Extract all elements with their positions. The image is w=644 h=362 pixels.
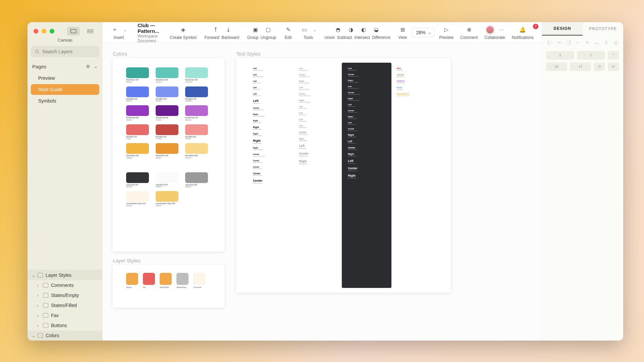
text-style-item[interactable]: LeftSmallerBlackLeft [253,67,290,71]
layer-style-swatch[interactable]: States/Filled [160,273,172,288]
insert-tool[interactable]: ＋⌄ Insert [107,25,130,40]
layer-style-swatch[interactable]: Fav [143,273,155,288]
text-style-item[interactable]: LeftH2/GreyLeft [299,118,337,122]
preview-button[interactable]: ▷ Preview [436,25,457,40]
color-swatch[interactable]: BrandYellow 200E58817 [156,143,178,159]
align-middle-icon[interactable]: ≡ [584,39,591,46]
color-swatch[interactable]: BrandYellow 100F2B42E [126,143,149,159]
text-style-item[interactable]: RightRegular/WhiteRight [348,98,385,101]
text-style-item[interactable]: RightH2/BlackRight [253,133,290,136]
text-styles-artboard[interactable]: LeftSmallerBlackLeftLeftRegular/BlackLef… [236,58,451,293]
distribute-v-icon[interactable]: ≣ [612,39,619,46]
text-style-item[interactable]: RightH1/WhiteRight [348,174,385,179]
color-swatch[interactable]: LayoutSurface Yellow 200F4CF71 [156,191,178,207]
close-window-icon[interactable] [34,29,38,34]
text-style-item[interactable]: CenterRegular/WhiteCenter [348,92,385,95]
text-style-item[interactable]: LeftH1/WhiteLeft [348,159,385,164]
text-style-item[interactable]: RightH1/BlackRight [253,139,290,144]
text-style-item[interactable]: LeftH3/GreyLeft [299,144,337,149]
text-style-item[interactable]: GREENLabels/Green [397,74,434,77]
text-style-item[interactable]: RightH3/GreyRight [299,160,337,165]
intersect-icon[interactable]: ◐ [360,26,368,34]
view-button[interactable]: ⊞ View [395,25,411,40]
layer-style-swatch[interactable]: States/Empty [176,273,189,288]
align-top-icon[interactable]: ⌐ [574,39,582,46]
align-right-icon[interactable]: □| [565,39,572,46]
minimize-window-icon[interactable] [42,29,46,34]
comment-button[interactable]: ⊕ Comment [457,25,481,40]
color-swatch[interactable]: LayoutGrey 200F8F8F8 [156,172,178,188]
color-swatch[interactable]: LayoutGrey 3009E9E9E [185,172,208,188]
layer-group[interactable]: ⌄Layer Styles [28,270,103,280]
layer-item[interactable]: ›Fav [28,310,103,320]
text-style-item[interactable]: RightRegular/BlackRight [253,113,290,117]
page-item[interactable]: Style Guide [31,84,99,95]
text-style-item[interactable]: CenterH3/WhiteCenter [348,128,385,131]
h-field[interactable]: H [570,62,591,71]
align-left-icon[interactable]: |□ [546,39,553,46]
y-field[interactable]: Y [577,51,605,60]
chevron-down-icon[interactable]: ⌄ [94,63,98,69]
angle-field[interactable]: ° [608,51,619,60]
layer-item[interactable]: ›Comments [28,280,103,290]
layer-style-swatch[interactable]: Buttons [126,273,138,288]
text-style-item[interactable]: LeftH3/WhiteLeft [348,122,385,125]
maximize-window-icon[interactable] [50,29,54,34]
layer-item[interactable]: ›States/Empty [28,290,103,300]
edit-button[interactable]: ✎ Edit [281,25,296,40]
add-page-icon[interactable]: ⊕ [86,63,90,69]
ungroup-icon[interactable]: ▢ [264,26,272,34]
color-swatch[interactable]: BrandRed 100F4666 [126,124,149,140]
text-style-item[interactable]: RightSmall/GreyRight [299,80,337,84]
color-swatch[interactable]: BrandRed 200C7494E [156,124,178,140]
text-style-item[interactable]: REDLabel/Red [397,67,434,71]
difference-icon[interactable]: ◒ [372,26,380,34]
text-style-item[interactable]: RightSmall/WhiteRight [348,79,385,83]
canvas[interactable]: Colors BrandGreen 10083F4A6BrandGreen 20… [103,43,542,341]
page-item[interactable]: Preview [31,73,99,83]
search-layers-input[interactable] [42,49,95,54]
w-field[interactable]: W [546,62,567,71]
text-style-item[interactable]: CenterH1/BlackCenter [253,179,290,184]
colors-artboard[interactable]: BrandGreen 10083F4A6BrandGreen 20042C8CA… [113,58,225,252]
components-view-button[interactable] [84,27,97,36]
text-style-item[interactable]: CenterSmall/BlackCenter [253,107,290,111]
color-swatch[interactable]: BrandPurple 6007B2296 [156,105,178,121]
color-swatch[interactable]: BrandGreen 20042C8CA [156,67,178,83]
color-swatch[interactable]: LayoutGrey 1002E2E2E [126,172,149,188]
tab-prototype[interactable]: PROTOTYPE [583,22,623,36]
layer-item[interactable]: ›States/Filled [28,300,103,310]
distribute-h-icon[interactable]: ⫴ [602,39,610,46]
flip-v-icon[interactable]: ⟳ [608,62,619,71]
text-style-item[interactable]: CenterH3/BlackCenter [253,166,290,170]
text-style-item[interactable]: LeftH4/BlackLeft [253,80,290,84]
zoom-select[interactable]: 28% [412,28,435,37]
subtract-icon[interactable]: ◑ [347,26,355,34]
text-style-item[interactable]: RightH2/WhiteRight [348,153,385,157]
text-style-item[interactable]: LeftRegular/GreyLeft [299,86,337,90]
text-style-item[interactable]: CenterH4/BlackCenter [253,160,290,163]
align-bottom-icon[interactable]: ⌙ [593,39,600,46]
text-style-item[interactable]: RightH4/GreyRight [299,138,337,141]
layer-style-swatch[interactable]: Comments [193,273,205,288]
tab-design[interactable]: DESIGN [542,22,583,36]
search-layers-field[interactable] [31,46,99,57]
text-style-item[interactable]: LeftH1/GreyLeft [299,125,337,128]
text-style-item[interactable]: LeftRegular/BlackLeft [253,74,290,77]
text-style-item[interactable]: CenterRegular/GreyCenter [299,93,337,97]
text-style-item[interactable]: LeftH1/BlackLeft [253,99,290,104]
x-field[interactable]: X [546,51,574,60]
text-style-item[interactable]: LeftH2/WhiteLeft [348,140,385,144]
text-style-item[interactable]: RightRegular/GreyRight [299,99,337,103]
tools-dropdown[interactable]: ▭⌄ Tools [297,25,320,40]
text-style-item[interactable]: LeftSmall/GreyLeft [299,67,337,71]
color-swatch[interactable]: LayoutSurface Yellow 100FFF7E6 [126,191,149,207]
color-swatch[interactable]: BrandBlue 500848CFF [126,86,149,102]
collaborate-button[interactable]: ⋯ Collaborate [481,25,508,40]
text-style-item[interactable]: CenterH2/WhiteCenter [348,146,385,150]
text-style-item[interactable]: LeftH4/GreyLeft [299,106,337,109]
color-swatch[interactable]: BrandPurple 5009423BF [126,105,149,121]
text-style-item[interactable]: LeftH4/WhiteLeft [348,104,385,107]
text-style-item[interactable]: CenterH4/WhiteCenter [348,110,385,113]
text-style-item[interactable]: CenterH4/GreyCenter [299,131,337,135]
